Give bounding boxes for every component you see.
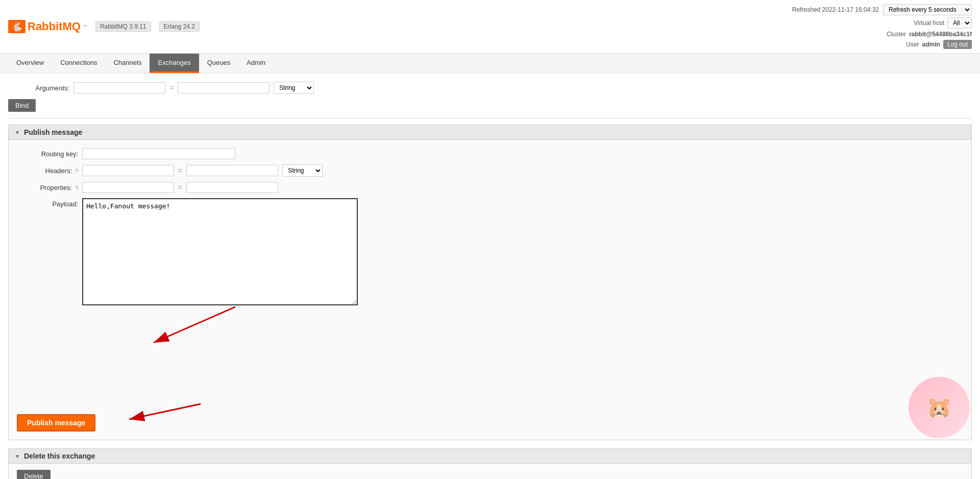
user-value: admin	[922, 41, 940, 48]
svg-line-3	[129, 404, 201, 419]
routing-key-input[interactable]	[82, 148, 235, 159]
nav-item-connections[interactable]: Connections	[52, 54, 105, 73]
delete-section-title: Delete this exchange	[24, 452, 95, 460]
bind-button[interactable]: Bind	[8, 99, 36, 112]
main-content: Arguments: = String Boolean Number List …	[0, 74, 980, 479]
arguments-label: Arguments:	[8, 84, 69, 92]
properties-eq: =	[178, 183, 182, 191]
cluster-row: Cluster rabbit@54488ba34c1f	[887, 31, 972, 38]
arguments-value-input[interactable]	[178, 82, 270, 93]
navigation: Overview Connections Channels Exchanges …	[0, 54, 980, 74]
publish-message-section: ▼ Publish message Routing key: Headers: …	[8, 125, 972, 440]
headers-type-select[interactable]: String Boolean Number	[282, 164, 323, 177]
nav-item-channels[interactable]: Channels	[105, 54, 150, 73]
properties-value-input[interactable]	[186, 182, 278, 193]
header-right: Refreshed 2022-11-17 16:04:32 Refresh ev…	[792, 4, 972, 49]
publish-button-row: Publish message	[17, 409, 963, 432]
headers-value-input[interactable]	[186, 165, 278, 176]
publish-section-body: Routing key: Headers: ? = String Boolean…	[8, 140, 972, 440]
properties-key-input[interactable]	[82, 182, 174, 193]
nav-item-overview[interactable]: Overview	[8, 54, 52, 73]
erlang-badge: Erlang 24.2	[159, 21, 200, 32]
properties-row: Properties: ? =	[17, 182, 963, 193]
header-left: 🐇 RabbitMQ ™ RabbitMQ 3.9.11 Erlang 24.2	[8, 20, 200, 33]
publish-message-button[interactable]: Publish message	[17, 414, 95, 432]
cluster-label: Cluster	[887, 31, 906, 38]
logout-button[interactable]: Log out	[943, 40, 972, 49]
user-label: User	[906, 41, 919, 48]
cluster-value: rabbit@54488ba34c1f	[909, 31, 972, 38]
publish-section-title: Publish message	[24, 128, 82, 136]
chevron-down-icon: ▼	[15, 130, 20, 135]
delete-section-header[interactable]: ▼ Delete this exchange	[8, 448, 972, 464]
vhost-select[interactable]: All /	[947, 17, 972, 29]
delete-section-body: Delete	[8, 464, 972, 479]
nav-item-exchanges[interactable]: Exchanges	[150, 54, 199, 73]
publish-section-header[interactable]: ▼ Publish message	[8, 125, 972, 140]
header-refresh-row: Refreshed 2022-11-17 16:04:32 Refresh ev…	[792, 4, 972, 15]
delete-chevron-icon: ▼	[15, 453, 20, 459]
arguments-section: Arguments: = String Boolean Number List …	[8, 82, 972, 118]
svg-line-1	[154, 307, 235, 343]
properties-help-icon[interactable]: ?	[75, 185, 78, 191]
headers-label: Headers: ?	[17, 167, 78, 175]
delete-section: ▼ Delete this exchange Delete	[8, 448, 972, 479]
nav-item-queues[interactable]: Queues	[199, 54, 239, 73]
payload-textarea[interactable]: Hello,Fanout message!	[82, 198, 358, 305]
arguments-type-select[interactable]: String Boolean Number List	[274, 82, 314, 94]
nav-item-admin[interactable]: Admin	[238, 54, 274, 73]
user-row: User admin Log out	[906, 40, 972, 49]
logo-text: RabbitMQ	[28, 20, 81, 33]
payload-area: Hello,Fanout message!	[82, 198, 358, 307]
delete-button[interactable]: Delete	[17, 470, 51, 479]
header: 🐇 RabbitMQ ™ RabbitMQ 3.9.11 Erlang 24.2…	[0, 0, 980, 54]
arguments-eq: =	[169, 84, 174, 92]
refreshed-text: Refreshed 2022-11-17 16:04:32	[792, 6, 879, 13]
vhost-label: Virtual host	[914, 19, 944, 27]
vhost-row: Virtual host All /	[914, 17, 972, 29]
payload-label: Payload:	[17, 198, 78, 208]
arguments-key-input[interactable]	[74, 82, 165, 93]
arguments-row: Arguments: = String Boolean Number List	[8, 82, 972, 94]
payload-row: Payload: Hello,Fanout message!	[17, 198, 963, 307]
routing-key-label: Routing key:	[17, 150, 78, 158]
logo-tm: ™	[83, 24, 87, 29]
logo-icon: 🐇	[8, 20, 26, 33]
routing-key-row: Routing key:	[17, 148, 963, 159]
version-badge: RabbitMQ 3.9.11	[95, 21, 151, 32]
button-arrow-annotation	[119, 399, 221, 429]
logo-area: 🐇 RabbitMQ ™	[8, 20, 87, 33]
properties-label: Properties: ?	[17, 184, 78, 191]
arrow-annotation	[123, 302, 266, 363]
headers-row: Headers: ? = String Boolean Number	[17, 164, 963, 177]
headers-help-icon[interactable]: ?	[75, 168, 78, 174]
refresh-select[interactable]: Refresh every 5 seconds Refresh every 10…	[883, 4, 972, 15]
headers-key-input[interactable]	[82, 165, 174, 176]
headers-eq: =	[178, 166, 182, 175]
